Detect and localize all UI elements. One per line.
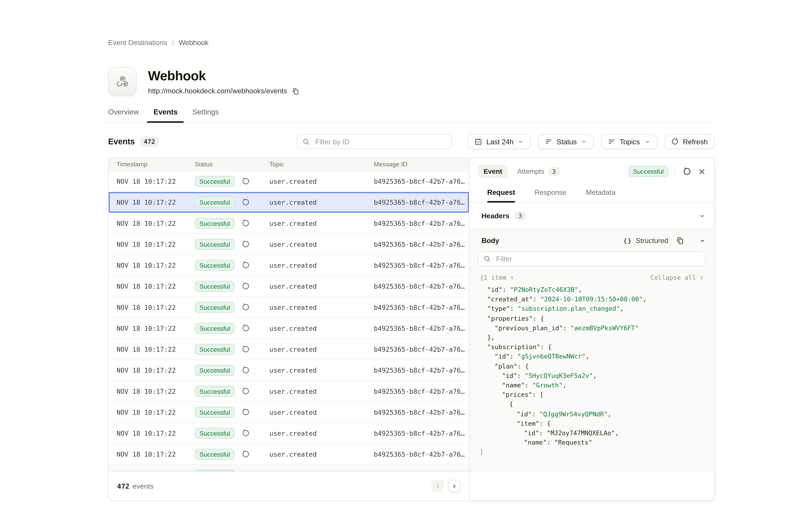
table-row[interactable]: NOV 18 10:17:22Successful user.createdb4… xyxy=(109,360,469,381)
row-retry-button[interactable] xyxy=(242,198,249,206)
json-line[interactable]: }, xyxy=(478,333,706,342)
row-retry-button[interactable] xyxy=(242,408,249,416)
breadcrumb-parent-link[interactable]: Event Destinations xyxy=(108,39,167,47)
row-status: Successful xyxy=(195,260,269,271)
row-retry-button[interactable] xyxy=(242,345,249,353)
row-timestamp: NOV 18 10:17:22 xyxy=(109,177,195,185)
table-row[interactable]: NOV 18 10:17:22Successful user.createdb4… xyxy=(109,297,469,318)
body-section: Body {} Structured xyxy=(469,229,714,471)
json-line[interactable]: "previous_plan_id": "aezmBVpPksWVY6FT" xyxy=(478,323,706,333)
headers-section-toggle[interactable]: Headers 3 xyxy=(469,203,714,229)
json-line[interactable]: "name": "Growth", xyxy=(478,381,706,390)
root-item-toggle[interactable]: {1 item ↑ xyxy=(480,274,514,281)
footer-event-label: events xyxy=(133,482,154,490)
retry-icon xyxy=(242,387,249,395)
row-retry-button[interactable] xyxy=(242,177,249,185)
close-panel-button[interactable] xyxy=(698,168,705,175)
footer-event-count: 472 xyxy=(117,482,129,490)
table-row[interactable]: NOV 18 10:17:22Successful user.createdb4… xyxy=(109,444,469,465)
json-line[interactable]: { xyxy=(478,400,706,409)
row-retry-button[interactable] xyxy=(242,240,249,248)
row-topic: user.created xyxy=(269,345,374,353)
collapse-body-button[interactable] xyxy=(699,238,706,244)
retry-icon xyxy=(242,345,249,353)
row-retry-button[interactable] xyxy=(242,261,249,269)
panel-tab-response[interactable]: Response xyxy=(534,188,566,202)
json-line[interactable]: "id": "5HycQYuqK3eF5a2v", xyxy=(478,371,706,381)
row-timestamp: NOV 18 10:17:22 xyxy=(109,198,195,206)
row-retry-button[interactable] xyxy=(242,324,249,332)
retry-icon xyxy=(242,366,249,374)
panel-tab-metadata[interactable]: Metadata xyxy=(586,188,616,202)
row-retry-button[interactable] xyxy=(242,450,249,458)
table-row[interactable]: NOV 18 10:17:22Successful user.createdb4… xyxy=(109,402,469,423)
status-filter-label: Status xyxy=(556,138,577,146)
table-row[interactable]: NOV 18 10:17:22Successful user.createdb4… xyxy=(109,339,469,360)
page-title: Webhook xyxy=(148,68,299,83)
tab-settings[interactable]: Settings xyxy=(185,108,226,122)
row-topic: user.created xyxy=(269,366,374,374)
table-row[interactable]: NOV 18 10:17:22Successful user.createdb4… xyxy=(109,192,469,213)
row-retry-button[interactable] xyxy=(242,282,249,290)
retry-event-button[interactable] xyxy=(682,167,691,176)
row-retry-button[interactable] xyxy=(242,429,249,437)
row-status: Successful xyxy=(195,197,269,208)
refresh-button[interactable]: Refresh xyxy=(665,134,715,149)
date-range-button[interactable]: Last 24h xyxy=(468,134,531,149)
json-line[interactable]: "prices": [ xyxy=(478,390,706,400)
row-retry-button[interactable] xyxy=(242,387,249,395)
tab-event[interactable]: Event xyxy=(478,165,508,178)
table-row[interactable]: NOV 18 10:17:22Successful user.createdb4… xyxy=(109,234,469,255)
row-status: Successful xyxy=(195,428,269,439)
page-header: Webhook http://mock.hookdeck.com/webhook… xyxy=(108,67,715,96)
table-row[interactable]: NOV 18 10:17:22Successful user.createdb4… xyxy=(109,213,469,234)
json-line[interactable]: "id": "gSjvn6eQTBewNWcr", xyxy=(478,352,706,361)
previous-page-button[interactable] xyxy=(432,480,444,492)
row-status: Successful xyxy=(195,302,269,313)
json-line[interactable]: "properties": { xyxy=(478,314,706,323)
collapse-all-button[interactable]: Collapse all ↑ xyxy=(650,274,703,281)
json-line[interactable]: "id": "MJ2oy747MNQXELAo", xyxy=(478,428,706,438)
tab-overview[interactable]: Overview xyxy=(101,108,146,122)
json-line[interactable]: "subscription": { xyxy=(478,342,706,352)
json-line[interactable]: "id": "P2NoRtyZoTc46X3B", xyxy=(478,285,706,294)
json-line[interactable]: } xyxy=(478,448,706,457)
retry-icon xyxy=(682,167,691,176)
status-filter-button[interactable]: Status xyxy=(538,134,594,149)
table-row[interactable]: NOV 18 10:17:22Successful user.createdb4… xyxy=(109,255,469,276)
next-page-button[interactable] xyxy=(448,480,460,492)
json-line[interactable]: "plan": { xyxy=(478,361,706,371)
column-header-status: Status xyxy=(195,161,269,168)
row-status: Successful xyxy=(195,365,269,376)
copy-url-button[interactable] xyxy=(292,87,299,95)
body-filter-input[interactable] xyxy=(495,254,700,263)
json-line[interactable]: "name": "Requests" xyxy=(478,438,706,448)
row-retry-button[interactable] xyxy=(242,220,249,227)
row-status: Successful xyxy=(195,218,269,229)
chevron-right-icon xyxy=(452,483,457,489)
json-line[interactable]: "type": "subscription.plan_changed", xyxy=(478,304,706,314)
structured-view-toggle[interactable]: {} Structured xyxy=(623,237,668,245)
json-line[interactable]: "id": "QJgg9WrS4vyQPNdR", xyxy=(478,409,706,419)
topics-filter-button[interactable]: Topics xyxy=(601,134,657,149)
json-line[interactable]: "created_at": "2024-10-10T09:15:50+00:00… xyxy=(478,294,706,304)
table-row[interactable]: NOV 18 10:17:22Successful user.createdb4… xyxy=(109,276,469,297)
search-icon xyxy=(484,255,491,262)
filter-by-id-input[interactable] xyxy=(314,137,447,146)
row-retry-button[interactable] xyxy=(242,303,249,311)
copy-body-button[interactable] xyxy=(676,237,684,245)
row-timestamp: NOV 18 10:17:22 xyxy=(109,220,195,227)
page: Event Destinations / Webhook Webhook htt… xyxy=(0,0,794,532)
json-line[interactable]: "item": { xyxy=(478,419,706,428)
table-row[interactable]: NOV 18 10:17:22Successful user.createdb4… xyxy=(109,381,469,402)
tab-events[interactable]: Events xyxy=(146,108,185,122)
row-retry-button[interactable] xyxy=(242,366,249,374)
table-row[interactable]: NOV 18 10:17:22Successful user.createdb4… xyxy=(109,423,469,444)
row-topic: user.created xyxy=(269,450,374,458)
table-row[interactable]: NOV 18 10:17:22Successful user.createdb4… xyxy=(109,171,469,192)
table-row[interactable]: NOV 18 10:17:22Successful user.createdb4… xyxy=(109,318,469,339)
row-message-id: b4925365-b8cf-42b7-a76… xyxy=(374,282,469,290)
row-status: Successful xyxy=(195,176,269,187)
panel-tab-request[interactable]: Request xyxy=(487,188,515,202)
tab-attempts[interactable]: Attempts 3 xyxy=(517,167,560,176)
